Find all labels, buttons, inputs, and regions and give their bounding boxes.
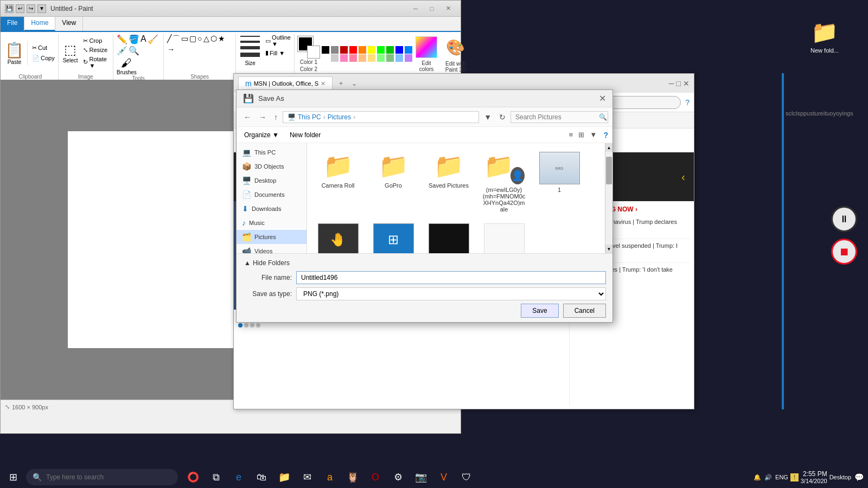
scroll-thumb[interactable] xyxy=(606,157,612,184)
palette-lightpink[interactable] xyxy=(349,54,357,62)
taskbar-search-input[interactable] xyxy=(46,473,155,481)
dialog-close-btn[interactable]: ✕ xyxy=(599,93,606,104)
palette-pink[interactable] xyxy=(340,54,348,62)
palette-lavender[interactable] xyxy=(405,54,412,62)
dot-1[interactable] xyxy=(244,323,248,328)
file-item-saved-pictures[interactable]: 📁 Saved Pictures xyxy=(424,150,473,215)
palette-white[interactable] xyxy=(322,54,329,62)
palette-sky[interactable] xyxy=(395,54,403,62)
hide-folders-btn[interactable]: ▲ Hide Folders xyxy=(243,258,291,268)
sidebar-item-pictures[interactable]: 🗂️ Pictures xyxy=(237,230,307,244)
paste-btn[interactable]: 📋 Paste xyxy=(5,41,28,65)
paint-maximize-btn[interactable]: □ xyxy=(424,3,440,15)
shape-round-rect[interactable]: ▢ xyxy=(189,34,196,44)
dialog-help-btn[interactable]: ? xyxy=(603,131,608,139)
text-btn[interactable]: A xyxy=(141,34,146,44)
dialog-up-btn[interactable]: ↑ xyxy=(271,111,280,123)
taskbar-vuze[interactable]: V xyxy=(433,466,455,488)
palette-black[interactable] xyxy=(322,46,329,54)
file-item-1[interactable]: IMG 1 xyxy=(535,150,584,215)
shape-ellipse[interactable]: ○ xyxy=(197,34,202,44)
dialog-forward-btn[interactable]: → xyxy=(256,111,269,123)
palette-sage[interactable] xyxy=(386,54,394,62)
taskbar-antivirus[interactable]: ! xyxy=(790,473,799,481)
edit-colors-swatch[interactable] xyxy=(416,36,437,58)
shape-arrow[interactable]: → xyxy=(167,45,175,54)
scroll-down-btn[interactable]: ▼ xyxy=(605,245,612,253)
dot-3[interactable] xyxy=(256,323,260,328)
browser-restore-btn[interactable]: □ xyxy=(676,79,681,88)
sidebar-item-3dobjects[interactable]: 📦 3D Objects xyxy=(237,159,307,174)
rotate-btn[interactable]: ↻ Rotate ▼ xyxy=(82,55,108,69)
taskbar-camera[interactable]: 📷 xyxy=(410,466,432,488)
paint-save-icon[interactable]: 💾 xyxy=(5,4,14,13)
view-dropdown-btn[interactable]: ▼ xyxy=(588,130,599,140)
taskbar-amazon[interactable]: a xyxy=(319,466,341,488)
sidebar-item-downloads[interactable]: ⬇ Downloads xyxy=(237,202,307,216)
sidebar-item-documents[interactable]: 📄 Documents xyxy=(237,188,307,202)
dot-active[interactable] xyxy=(238,323,242,328)
shape-curve[interactable]: ⌒ xyxy=(173,34,180,44)
ad-prev-btn[interactable]: ‹ xyxy=(681,171,685,183)
dialog-back-btn[interactable]: ← xyxy=(241,111,254,123)
file-item-windows[interactable]: ⊞ 619 xyxy=(369,221,418,253)
dot-2[interactable] xyxy=(250,323,254,328)
browser-tab-dropdown[interactable]: ⌄ xyxy=(349,78,359,89)
file-item-dark[interactable] xyxy=(424,221,473,253)
cut-btn[interactable]: ✂ Cut xyxy=(31,44,56,52)
save-btn[interactable]: Save xyxy=(521,304,558,318)
size-1[interactable] xyxy=(240,36,260,37)
dialog-dropdown-btn[interactable]: ▼ xyxy=(481,111,494,123)
size-2[interactable] xyxy=(240,41,260,43)
palette-darkred[interactable] xyxy=(340,46,348,54)
paint-tab-home[interactable]: Home xyxy=(24,17,55,31)
palette-green[interactable] xyxy=(377,46,385,54)
palette-mint[interactable] xyxy=(377,54,385,62)
save-as-type-select[interactable]: PNG (*.png) JPEG (*.jpg) BMP (*.bmp) GIF… xyxy=(296,287,606,300)
taskbar-mail[interactable]: ✉ xyxy=(296,466,318,488)
taskbar-notification-btn[interactable]: 💬 xyxy=(854,473,864,481)
paint-redo-icon[interactable]: ↪ xyxy=(27,4,35,13)
shape-polygon[interactable]: ⬡ xyxy=(210,34,217,44)
paint-close-btn[interactable]: ✕ xyxy=(440,3,456,15)
shape-triangle[interactable]: △ xyxy=(203,34,209,44)
sidebar-item-videos[interactable]: 📹 Videos xyxy=(237,244,307,253)
browser-minimize-btn[interactable]: ─ xyxy=(669,79,674,88)
shape-star[interactable]: ★ xyxy=(218,34,225,44)
palette-cream[interactable] xyxy=(368,54,375,62)
palette-darkgreen[interactable] xyxy=(386,46,394,54)
file-item-profile-folder[interactable]: 📁 👤 (m=ewILG0y)(mh=FMNOM0cXHYnQa42O)male xyxy=(480,150,528,215)
dialog-search-input[interactable] xyxy=(515,113,597,121)
taskbar-settings[interactable]: ⚙ xyxy=(387,466,409,488)
new-folder-btn[interactable]: New folder xyxy=(286,130,324,140)
taskbar-windows-security[interactable]: 🛡 xyxy=(456,466,477,488)
size-3[interactable] xyxy=(240,46,260,49)
color2-swatch[interactable] xyxy=(308,46,320,58)
pause-button[interactable]: ⏸ xyxy=(831,206,857,232)
brushes-btn[interactable]: 🖌 Brushes xyxy=(117,57,137,75)
taskbar-desktop-btn[interactable]: Desktop xyxy=(829,474,851,480)
stop-button[interactable]: ⏹ xyxy=(831,239,857,265)
browser-new-tab-btn[interactable]: + xyxy=(337,78,345,89)
paint-tab-view[interactable]: View xyxy=(55,17,83,31)
dialog-refresh-btn[interactable]: ↻ xyxy=(496,111,508,123)
file-item-camera-roll[interactable]: 📁 Camera Roll xyxy=(314,150,362,215)
fill-btn[interactable]: 🪣 xyxy=(129,34,139,44)
outline-btn[interactable]: ▭ Outline ▼ xyxy=(265,34,291,47)
palette-yellow[interactable] xyxy=(368,46,375,54)
browser-close-btn[interactable]: ✕ xyxy=(683,79,690,88)
cancel-btn[interactable]: Cancel xyxy=(563,304,606,318)
paint-minimize-btn[interactable]: ─ xyxy=(407,3,424,15)
taskbar-taskview[interactable]: ⧉ xyxy=(205,466,227,488)
browser-tab-close[interactable]: ✕ xyxy=(321,80,326,87)
view-icons-btn[interactable]: ⊞ xyxy=(576,130,586,140)
view-list-btn[interactable]: ≡ xyxy=(566,130,575,140)
taskbar-tripadvisor[interactable]: 🦉 xyxy=(342,466,363,488)
sidebar-item-thispc[interactable]: 💻 This PC xyxy=(237,145,307,159)
sidebar-item-desktop[interactable]: 🖥️ Desktop xyxy=(237,174,307,188)
palette-blue[interactable] xyxy=(395,46,403,54)
browser-tab[interactable]: m MSN | Outlook, Office, S ✕ xyxy=(238,76,333,90)
eraser-btn[interactable]: 🧹 xyxy=(148,34,158,44)
crop-btn[interactable]: ✂ Crop xyxy=(82,37,108,45)
paint-dropdown-icon[interactable]: ▼ xyxy=(37,4,46,13)
